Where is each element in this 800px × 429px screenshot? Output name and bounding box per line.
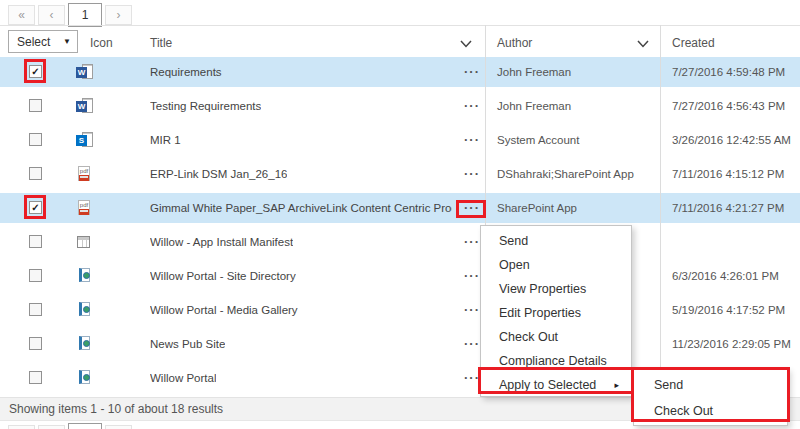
- sharepoint-item-icon: S: [76, 132, 92, 148]
- author-column-chevron-down-icon[interactable]: [637, 40, 649, 48]
- submenu-arrow-icon: ▸: [614, 373, 619, 397]
- item-title[interactable]: Willow Portal: [150, 363, 216, 393]
- table-top-border: [0, 25, 800, 26]
- menu-item-compliance-details[interactable]: Compliance Details: [481, 349, 631, 373]
- previous-page-button-bottom[interactable]: ‹: [38, 425, 65, 429]
- row-ellipsis-icon[interactable]: ···: [458, 91, 486, 121]
- document-library-view: « ‹ 1 › Select ▼ Icon Title Author Creat…: [0, 0, 800, 429]
- item-created: 7/11/2016 4:21:27 PM: [672, 193, 784, 223]
- item-title[interactable]: Willow - App Install Manifest: [150, 227, 293, 257]
- item-author: John Freeman: [497, 91, 571, 121]
- menu-item-send[interactable]: Send: [481, 229, 631, 253]
- select-dropdown[interactable]: Select ▼: [8, 30, 78, 53]
- web-page-icon: [76, 302, 92, 318]
- item-created: 3/26/2016 12:42:55 AM: [672, 125, 791, 155]
- item-title[interactable]: Willow Portal - Site Directory: [150, 261, 296, 291]
- row-checkbox[interactable]: ✓: [29, 65, 42, 78]
- item-created: 7/27/2016 4:56:43 PM: [672, 91, 785, 121]
- item-created: 7/11/2016 4:15:12 PM: [672, 159, 784, 189]
- table-row[interactable]: pdfERP-Link DSM Jan_26_16···DShahraki;Sh…: [0, 159, 800, 193]
- item-author: System Account: [497, 125, 579, 155]
- item-author: John Freeman: [497, 57, 571, 87]
- table-row[interactable]: Willow Portal - Media Gallery···5/19/201…: [0, 295, 800, 329]
- row-checkbox[interactable]: [29, 133, 42, 146]
- item-title[interactable]: Gimmal White Paper_SAP ArchiveLink Conte…: [150, 193, 452, 223]
- row-checkbox[interactable]: [29, 269, 42, 282]
- item-created: 11/23/2016 2:29:05 PM: [672, 329, 791, 359]
- table-row[interactable]: SMIR 1···System Account3/26/2016 12:42:5…: [0, 125, 800, 159]
- item-created: 5/19/2016 4:17:52 PM: [672, 295, 785, 325]
- item-created: 6/3/2016 4:26:01 PM: [672, 261, 779, 291]
- menu-item-edit-properties[interactable]: Edit Properties: [481, 301, 631, 325]
- select-dropdown-label: Select: [17, 35, 50, 49]
- web-page-icon: [76, 336, 92, 352]
- item-context-menu: SendOpenView PropertiesEdit PropertiesCh…: [480, 225, 632, 397]
- item-author: SharePoint App: [497, 193, 577, 223]
- item-author: DShahraki;SharePoint App: [497, 159, 634, 189]
- apply-to-selected-label: Apply to Selected: [499, 378, 596, 392]
- pdf-document-icon: pdf: [76, 200, 92, 216]
- item-title[interactable]: ERP-Link DSM Jan_26_16: [150, 159, 287, 189]
- next-page-button-bottom[interactable]: ›: [105, 425, 132, 429]
- row-checkbox[interactable]: [29, 337, 42, 350]
- menu-item-view-properties[interactable]: View Properties: [481, 277, 631, 301]
- row-checkbox[interactable]: [29, 371, 42, 384]
- item-title[interactable]: Willow Portal - Media Gallery: [150, 295, 298, 325]
- pdf-document-icon: pdf: [76, 166, 92, 182]
- web-page-icon: [76, 370, 92, 386]
- word-document-icon: W: [76, 64, 92, 80]
- item-title[interactable]: Requirements: [150, 57, 222, 87]
- menu-item-apply-to-selected[interactable]: Apply to Selected ▸: [481, 373, 631, 397]
- row-ellipsis-icon[interactable]: ···: [458, 125, 486, 155]
- item-title[interactable]: News Pub Site: [150, 329, 225, 359]
- menu-item-open[interactable]: Open: [481, 253, 631, 277]
- column-header-icon: Icon: [90, 36, 113, 50]
- item-created: 7/27/2016 4:59:48 PM: [672, 57, 785, 87]
- submenu-item-send[interactable]: Send: [634, 372, 787, 398]
- row-checkbox[interactable]: [29, 167, 42, 180]
- pagination-top: « ‹ 1 ›: [8, 3, 135, 27]
- table-row[interactable]: ✓WRequirements···John Freeman7/27/2016 4…: [0, 57, 800, 91]
- first-page-button[interactable]: «: [8, 5, 35, 25]
- table-row[interactable]: WTesting Requirements···John Freeman7/27…: [0, 91, 800, 125]
- pagination-bottom: « ‹ 1 ›: [8, 423, 135, 429]
- table-row[interactable]: News Pub Site···11/23/2016 2:29:05 PM: [0, 329, 800, 363]
- title-column-chevron-down-icon[interactable]: [460, 40, 472, 48]
- document-list: ✓WRequirements···John Freeman7/27/2016 4…: [0, 57, 800, 397]
- row-ellipsis-icon[interactable]: ···: [458, 57, 486, 87]
- results-count-text: Showing items 1 - 10 of about 18 results: [9, 402, 223, 416]
- previous-page-button[interactable]: ‹: [38, 5, 65, 25]
- next-page-button[interactable]: ›: [105, 5, 132, 25]
- row-checkbox[interactable]: [29, 99, 42, 112]
- current-page-indicator[interactable]: 1: [68, 3, 102, 27]
- table-row[interactable]: Willow - App Install Manifest···: [0, 227, 800, 261]
- submenu-item-check-out[interactable]: Check Out: [634, 398, 787, 424]
- web-page-icon: [76, 268, 92, 284]
- row-ellipsis-icon[interactable]: ···: [458, 193, 486, 223]
- item-title[interactable]: Testing Requirements: [150, 91, 261, 121]
- app-manifest-icon: [76, 234, 92, 250]
- menu-item-check-out[interactable]: Check Out: [481, 325, 631, 349]
- first-page-button-bottom[interactable]: «: [8, 425, 35, 429]
- current-page-indicator-bottom[interactable]: 1: [68, 423, 102, 429]
- apply-to-selected-submenu: SendCheck Out: [633, 368, 788, 426]
- row-checkbox[interactable]: [29, 235, 42, 248]
- column-header-title: Title: [150, 36, 172, 50]
- table-row[interactable]: Willow Portal - Site Directory···6/3/201…: [0, 261, 800, 295]
- column-header-author: Author: [497, 36, 532, 50]
- word-document-icon: W: [76, 98, 92, 114]
- item-title[interactable]: MIR 1: [150, 125, 181, 155]
- column-header-created: Created: [672, 36, 715, 50]
- row-checkbox[interactable]: ✓: [29, 201, 42, 214]
- row-ellipsis-icon[interactable]: ···: [458, 159, 486, 189]
- table-row[interactable]: ✓pdfGimmal White Paper_SAP ArchiveLink C…: [0, 193, 800, 227]
- author-created-divider: [660, 25, 661, 397]
- dropdown-arrow-icon: ▼: [63, 37, 71, 46]
- row-checkbox[interactable]: [29, 303, 42, 316]
